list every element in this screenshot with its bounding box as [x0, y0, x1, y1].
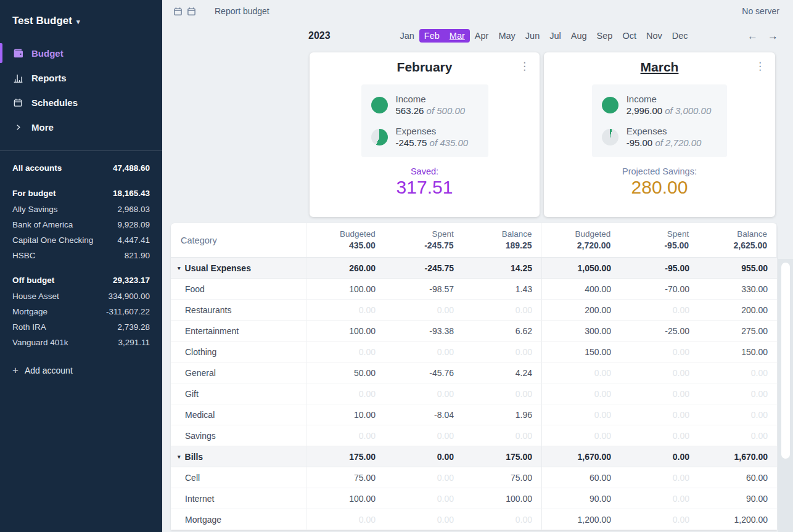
- balance-cell-month2[interactable]: 0.00: [699, 383, 777, 404]
- category-name-cell[interactable]: Gift: [171, 383, 306, 404]
- balance-cell-month1[interactable]: 75.00: [463, 467, 542, 488]
- kebab-menu-icon[interactable]: ⋮: [755, 61, 765, 72]
- balance-cell-month1[interactable]: 0.00: [463, 342, 542, 362]
- budgeted-cell-month2[interactable]: 150.00: [542, 342, 620, 362]
- budget-file-menu[interactable]: Test Budget ▾: [0, 0, 162, 38]
- budgeted-cell-month2[interactable]: 300.00: [542, 321, 620, 341]
- month-tab-mar[interactable]: Mar: [445, 29, 470, 43]
- spent-cell-month1[interactable]: 0.00: [385, 425, 463, 446]
- month-tab-feb[interactable]: Feb: [419, 29, 445, 43]
- sidebar-account-item[interactable]: House Asset334,900.00: [0, 289, 162, 304]
- budgeted-cell-month2[interactable]: 0.00: [542, 383, 620, 404]
- month-tab-sep[interactable]: Sep: [592, 29, 618, 43]
- month-tab-oct[interactable]: Oct: [617, 29, 641, 43]
- month-card-title[interactable]: February: [310, 60, 540, 75]
- category-name-cell[interactable]: General: [171, 362, 306, 383]
- category-name-cell[interactable]: Cell: [171, 467, 306, 488]
- account-group-header[interactable]: Off budget29,323.17: [0, 272, 162, 289]
- server-status[interactable]: No server: [742, 6, 784, 16]
- sidebar-account-item[interactable]: Vanguard 401k3,291.11: [0, 335, 162, 350]
- sidebar-item-reports[interactable]: Reports: [0, 65, 162, 90]
- category-name-cell[interactable]: Savings: [171, 425, 306, 446]
- month-tab-aug[interactable]: Aug: [566, 29, 592, 43]
- category-name-cell[interactable]: Restaurants: [171, 300, 306, 320]
- sidebar-item-schedules[interactable]: Schedules: [0, 90, 162, 115]
- balance-cell-month1[interactable]: 6.62: [463, 321, 542, 341]
- budgeted-cell-month1[interactable]: 100.00: [306, 279, 385, 299]
- budgeted-cell-month2[interactable]: 200.00: [542, 300, 620, 320]
- budgeted-cell-month1[interactable]: 10.00: [306, 404, 385, 425]
- balance-cell-month1[interactable]: 4.24: [463, 362, 542, 383]
- sidebar-account-item[interactable]: Bank of America9,928.09: [0, 217, 162, 232]
- category-name-cell[interactable]: Entertainment: [171, 321, 306, 341]
- multi-month-view-icon[interactable]: [187, 7, 196, 16]
- balance-cell-month2[interactable]: 90.00: [699, 488, 777, 509]
- budgeted-cell-month1[interactable]: 0.00: [306, 383, 385, 404]
- budgeted-cell-month1[interactable]: 75.00: [306, 467, 385, 488]
- category-name-cell[interactable]: Medical: [171, 404, 306, 425]
- balance-cell-month2[interactable]: 200.00: [699, 300, 777, 320]
- sidebar-item-budget[interactable]: Budget: [0, 41, 162, 65]
- balance-cell-month2[interactable]: 0.00: [699, 362, 777, 383]
- month-tab-nov[interactable]: Nov: [641, 29, 667, 43]
- spent-cell-month2[interactable]: -25.00: [620, 321, 699, 341]
- spent-cell-month2[interactable]: 0.00: [620, 488, 699, 509]
- spent-cell-month1[interactable]: 0.00: [385, 509, 463, 530]
- balance-cell-month2[interactable]: 0.00: [699, 404, 777, 425]
- budgeted-cell-month2[interactable]: 1,200.00: [542, 509, 620, 530]
- sidebar-account-item[interactable]: Ally Savings2,968.03: [0, 202, 162, 217]
- single-month-view-icon[interactable]: [173, 7, 183, 16]
- sidebar-account-item[interactable]: Roth IRA2,739.28: [0, 319, 162, 335]
- category-name-cell[interactable]: Internet: [171, 488, 306, 509]
- spent-cell-month2[interactable]: 0.00: [620, 509, 699, 530]
- balance-cell-month1[interactable]: 100.00: [463, 488, 542, 509]
- category-name-cell[interactable]: Food: [171, 279, 306, 299]
- spent-cell-month2[interactable]: 0.00: [620, 383, 699, 404]
- collapse-triangle-icon[interactable]: ▾: [178, 454, 181, 460]
- month-tab-apr[interactable]: Apr: [470, 29, 494, 43]
- sidebar-account-item[interactable]: HSBC821.90: [0, 248, 162, 263]
- add-account-button[interactable]: + Add account: [0, 360, 162, 380]
- sidebar-account-item[interactable]: Mortgage-311,607.22: [0, 304, 162, 319]
- budgeted-cell-month1[interactable]: 0.00: [306, 342, 385, 362]
- balance-cell-month1[interactable]: 0.00: [463, 509, 542, 530]
- category-name-cell[interactable]: Clothing: [171, 342, 306, 362]
- budgeted-cell-month2[interactable]: 0.00: [542, 404, 620, 425]
- spent-cell-month2[interactable]: 0.00: [620, 425, 699, 446]
- budgeted-cell-month1[interactable]: 0.00: [306, 425, 385, 446]
- budgeted-cell-month2[interactable]: 0.00: [542, 362, 620, 383]
- budgeted-cell-month1[interactable]: 0.00: [306, 300, 385, 320]
- balance-cell-month2[interactable]: 1,200.00: [699, 509, 777, 530]
- month-tab-may[interactable]: May: [493, 29, 520, 43]
- month-tab-dec[interactable]: Dec: [667, 29, 693, 43]
- scrollbar-track[interactable]: [778, 259, 793, 532]
- balance-cell-month2[interactable]: 150.00: [699, 342, 777, 362]
- spent-cell-month2[interactable]: 0.00: [620, 404, 699, 425]
- spent-cell-month2[interactable]: 0.00: [620, 300, 699, 320]
- budgeted-cell-month2[interactable]: 400.00: [542, 279, 620, 299]
- budget-type-label[interactable]: Report budget: [215, 6, 269, 16]
- spent-cell-month2[interactable]: 0.00: [620, 467, 699, 488]
- group-name-cell[interactable]: ▾Bills: [171, 446, 306, 467]
- spent-cell-month1[interactable]: -98.57: [385, 279, 463, 299]
- collapse-triangle-icon[interactable]: ▾: [178, 265, 181, 271]
- spent-cell-month2[interactable]: -70.00: [620, 279, 699, 299]
- spent-cell-month1[interactable]: -8.04: [385, 404, 463, 425]
- balance-cell-month2[interactable]: 60.00: [699, 467, 777, 488]
- balance-cell-month1[interactable]: 1.96: [463, 404, 542, 425]
- budgeted-cell-month1[interactable]: 50.00: [306, 362, 385, 383]
- balance-cell-month1[interactable]: 0.00: [463, 300, 542, 320]
- account-group-header[interactable]: For budget18,165.43: [0, 185, 162, 202]
- vertical-scrollbar[interactable]: [781, 263, 790, 459]
- spent-cell-month1[interactable]: 0.00: [385, 467, 463, 488]
- month-tab-jul[interactable]: Jul: [544, 29, 566, 43]
- prev-month-arrow-icon[interactable]: ←: [747, 31, 758, 41]
- balance-cell-month1[interactable]: 0.00: [463, 383, 542, 404]
- balance-cell-month2[interactable]: 275.00: [699, 321, 777, 341]
- budgeted-cell-month2[interactable]: 90.00: [542, 488, 620, 509]
- budgeted-cell-month2[interactable]: 0.00: [542, 425, 620, 446]
- spent-cell-month2[interactable]: 0.00: [620, 362, 699, 383]
- spent-cell-month1[interactable]: 0.00: [385, 342, 463, 362]
- month-tab-jun[interactable]: Jun: [520, 29, 544, 43]
- spent-cell-month1[interactable]: -45.76: [385, 362, 463, 383]
